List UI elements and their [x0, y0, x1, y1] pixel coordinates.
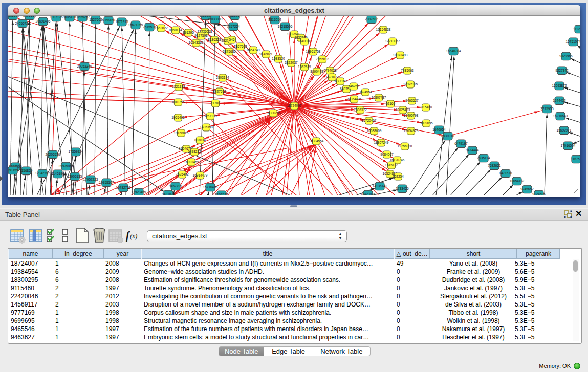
svg-text:1640910: 1640910	[298, 39, 311, 43]
svg-text:16782759: 16782759	[116, 186, 131, 189]
svg-text:8960124: 8960124	[169, 28, 182, 32]
svg-text:1156829: 1156829	[20, 169, 33, 172]
svg-text:8427552: 8427552	[213, 90, 226, 93]
svg-text:9124505: 9124505	[532, 192, 546, 195]
svg-text:9777169: 9777169	[334, 79, 347, 83]
svg-text:18807249: 18807249	[374, 141, 389, 144]
svg-text:1498222: 1498222	[188, 150, 201, 154]
svg-text:3624554: 3624554	[359, 90, 372, 94]
svg-text:8813054: 8813054	[268, 18, 281, 21]
svg-text:10654112: 10654112	[510, 179, 525, 183]
svg-text:8471676: 8471676	[499, 171, 512, 175]
svg-text:15751074: 15751074	[566, 40, 580, 43]
svg-text:10973493: 10973493	[393, 53, 408, 57]
svg-text:391159: 391159	[8, 168, 18, 172]
svg-text:9463627: 9463627	[405, 99, 419, 102]
svg-text:2406154: 2406154	[23, 16, 36, 17]
svg-text:62160: 62160	[386, 102, 395, 105]
svg-text:17359924: 17359924	[69, 150, 83, 154]
svg-text:1615132: 1615132	[385, 163, 398, 167]
svg-text:16961758: 16961758	[306, 50, 321, 53]
svg-text:8811304: 8811304	[8, 16, 19, 17]
svg-text:8132054: 8132054	[228, 16, 242, 17]
svg-text:12093872: 12093872	[552, 84, 567, 87]
svg-text:7357224: 7357224	[227, 25, 240, 28]
svg-text:15692971: 15692971	[557, 128, 572, 132]
svg-text:2867608: 2867608	[234, 45, 247, 48]
svg-text:1112480: 1112480	[573, 27, 580, 31]
svg-text:(x): (x)	[130, 232, 137, 240]
svg-text:9227342: 9227342	[555, 69, 569, 72]
svg-text:12905135: 12905135	[68, 174, 82, 178]
svg-text:1733426: 1733426	[396, 187, 409, 190]
svg-text:16914479: 16914479	[193, 173, 208, 177]
svg-text:10655267: 10655267	[75, 16, 90, 19]
svg-text:9605126: 9605126	[63, 16, 76, 19]
svg-text:1907176: 1907176	[50, 16, 63, 19]
svg-text:7632621: 7632621	[488, 164, 501, 167]
svg-text:1071915: 1071915	[115, 20, 128, 24]
svg-text:7663822: 7663822	[155, 26, 168, 30]
svg-text:1640954: 1640954	[432, 128, 446, 132]
svg-text:20206536: 20206536	[46, 152, 60, 156]
svg-text:9127503: 9127503	[194, 34, 208, 37]
svg-text:12975115: 12975115	[403, 82, 418, 86]
svg-text:16093459: 16093459	[184, 160, 199, 164]
svg-text:1527602: 1527602	[89, 18, 102, 21]
svg-text:18300295: 18300295	[266, 111, 281, 115]
svg-text:10423876: 10423876	[361, 192, 376, 195]
svg-text:8103524: 8103524	[215, 193, 228, 195]
svg-text:8454749: 8454749	[247, 48, 260, 52]
svg-text:20691406: 20691406	[36, 19, 51, 23]
svg-text:8186328: 8186328	[208, 38, 221, 41]
svg-text:891295: 891295	[183, 31, 194, 34]
svg-text:2803144: 2803144	[216, 76, 229, 79]
svg-text:9146821: 9146821	[259, 52, 273, 56]
svg-text:6794028: 6794028	[323, 69, 337, 72]
svg-text:10025433: 10025433	[396, 108, 410, 112]
svg-text:546: 546	[229, 38, 235, 41]
svg-text:8938918: 8938918	[441, 134, 454, 138]
svg-text:7515526: 7515526	[143, 25, 156, 29]
svg-text:20364436: 20364436	[347, 97, 362, 101]
svg-text:6479197: 6479197	[454, 142, 468, 145]
svg-text:3875685: 3875685	[223, 50, 236, 53]
svg-text:12213967: 12213967	[385, 39, 400, 43]
svg-text:9329966: 9329966	[559, 54, 573, 58]
svg-text:1588520: 1588520	[272, 57, 285, 60]
svg-text:10958107: 10958107	[99, 181, 114, 184]
svg-text:19654923: 19654923	[404, 129, 419, 133]
svg-text:9474444: 9474444	[466, 148, 479, 152]
svg-text:8990448: 8990448	[310, 70, 323, 73]
svg-text:10807487: 10807487	[372, 96, 386, 99]
svg-text:16671355: 16671355	[128, 23, 143, 27]
svg-text:1435358: 1435358	[200, 125, 213, 129]
svg-text:19756928: 19756928	[398, 144, 412, 148]
svg-text:887834: 887834	[194, 138, 206, 142]
svg-text:10154838: 10154838	[376, 28, 391, 31]
svg-text:16648784: 16648784	[446, 49, 461, 53]
svg-text:2087682: 2087682	[365, 17, 378, 21]
svg-text:1010755: 1010755	[171, 100, 185, 104]
svg-text:9084067: 9084067	[380, 152, 394, 156]
svg-text:19218506: 19218506	[278, 25, 293, 28]
svg-text:7386372: 7386372	[354, 108, 367, 112]
svg-text:16120746: 16120746	[390, 158, 405, 162]
svg-text:39975867: 39975867	[59, 164, 74, 168]
svg-text:16033809: 16033809	[208, 17, 223, 21]
svg-text:24055724: 24055724	[15, 21, 30, 25]
svg-text:9115460: 9115460	[420, 105, 432, 109]
svg-text:16210643: 16210643	[553, 114, 568, 118]
svg-text:19166825: 19166825	[174, 131, 189, 135]
svg-text:9899695: 9899695	[420, 121, 433, 125]
svg-text:9431876: 9431876	[162, 192, 175, 195]
svg-text:1221338: 1221338	[172, 85, 185, 89]
svg-text:9457791: 9457791	[169, 184, 182, 188]
svg-text:3215955: 3215955	[540, 107, 554, 111]
svg-text:7625402: 7625402	[176, 172, 189, 176]
svg-text:15720407: 15720407	[362, 119, 377, 122]
svg-text:1244413: 1244413	[553, 99, 566, 102]
svg-text:17957223: 17957223	[83, 178, 98, 181]
svg-text:2935114: 2935114	[477, 156, 490, 160]
svg-text:14136141: 14136141	[373, 184, 387, 188]
